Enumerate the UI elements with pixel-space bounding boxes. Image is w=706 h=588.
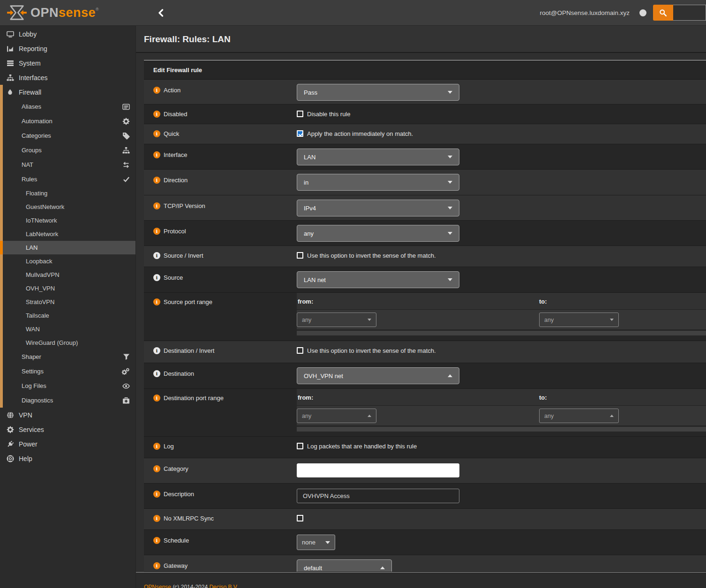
sidebar-sub-label: Settings — [22, 368, 44, 375]
sidebar-rule-wan[interactable]: WAN — [0, 322, 135, 336]
sidebar-item-help[interactable]: Help — [0, 451, 135, 466]
info-icon[interactable]: i — [153, 537, 160, 544]
destination-invert-checkbox[interactable] — [297, 347, 303, 354]
destination-select[interactable]: OVH_VPN net — [297, 367, 459, 384]
sidebar-item-shaper[interactable]: Shaper — [0, 350, 135, 364]
gateway-select[interactable]: default — [297, 559, 392, 572]
sidebar-rule-lan-active[interactable]: LAN — [0, 241, 135, 254]
sidebar-collapse-button[interactable] — [158, 9, 164, 17]
description-input[interactable] — [297, 489, 459, 503]
category-input[interactable] — [297, 463, 459, 477]
sidebar-item-lobby[interactable]: Lobby — [0, 27, 135, 41]
schedule-select[interactable]: none — [297, 535, 335, 550]
sidebar-rule-guestnetwork[interactable]: GuestNetwork — [0, 200, 135, 214]
search-button[interactable] — [653, 5, 673, 21]
disabled-checkbox[interactable] — [297, 111, 303, 117]
sidebar-sub-label: Diagnostics — [22, 397, 53, 404]
sidebar-item-services[interactable]: Services — [0, 422, 135, 437]
info-icon[interactable]: i — [153, 111, 160, 118]
source-invert-checkbox[interactable] — [297, 252, 303, 259]
sidebar-item-settings[interactable]: Settings — [0, 364, 135, 379]
edit-firewall-rule-panel: Edit Firewall rule iAction Pass iDisable… — [144, 60, 706, 572]
info-icon[interactable]: i — [153, 443, 160, 450]
info-icon[interactable]: i — [153, 562, 160, 569]
sidebar-item-label: Services — [19, 426, 44, 433]
row-disabled: iDisabled Disable this rule — [144, 104, 706, 124]
info-icon[interactable]: i — [153, 298, 160, 305]
sidebar-rule-ovh-vpn[interactable]: OVH_VPN — [0, 282, 135, 295]
info-icon[interactable]: i — [153, 491, 160, 498]
info-icon[interactable]: i — [153, 347, 160, 354]
sidebar-item-vpn[interactable]: VPN — [0, 408, 135, 422]
sidebar-rule-floating[interactable]: Floating — [0, 186, 135, 200]
info-icon[interactable]: i — [153, 274, 160, 281]
info-icon[interactable]: i — [153, 394, 160, 402]
sidebar-item-power[interactable]: Power — [0, 437, 135, 451]
info-icon[interactable]: i — [153, 151, 160, 158]
sidebar-item-label: Lobby — [19, 30, 37, 38]
horizontal-scrollbar[interactable] — [297, 427, 706, 432]
protocol-select[interactable]: any — [297, 225, 459, 242]
row-log: iLog Log packets that are handled by thi… — [144, 437, 706, 458]
sidebar-rule-iotnetwork[interactable]: IoTNetwork — [0, 214, 135, 227]
source-port-to-select[interactable]: any — [539, 313, 619, 327]
check-icon — [123, 176, 130, 183]
sidebar-item-interfaces[interactable]: Interfaces — [0, 70, 135, 85]
top-header: OPNsense® root@OPNsense.luxdomain.xyz — [0, 0, 706, 26]
opnsense-footer-link[interactable]: OPNsense — [144, 584, 171, 588]
destination-port-from-select[interactable]: any — [297, 409, 376, 423]
field-label: Schedule — [164, 537, 189, 544]
action-select[interactable]: Pass — [297, 84, 459, 101]
sidebar-item-reporting[interactable]: Reporting — [0, 41, 135, 56]
sidebar-rule-labnetwork[interactable]: LabNetwork — [0, 227, 135, 241]
no-xmlrpc-checkbox[interactable] — [297, 515, 303, 521]
info-icon[interactable]: i — [153, 87, 160, 94]
deciso-footer-link[interactable]: Deciso B.V. — [209, 584, 238, 588]
sidebar-sub-label: Categories — [22, 132, 51, 139]
info-icon[interactable]: i — [153, 252, 160, 259]
quick-checkbox[interactable] — [297, 130, 303, 137]
sidebar-item-categories[interactable]: Categories — [0, 128, 135, 143]
source-port-from-select[interactable]: any — [297, 313, 376, 327]
eye-icon — [122, 382, 130, 390]
info-icon[interactable]: i — [153, 202, 160, 209]
horizontal-scrollbar[interactable] — [297, 331, 706, 335]
ip-version-select[interactable]: IPv4 — [297, 200, 459, 216]
brand-logo[interactable]: OPNsense® — [0, 4, 136, 22]
sidebar-item-log-files[interactable]: Log Files — [0, 379, 135, 393]
info-icon[interactable]: i — [153, 130, 160, 137]
sidebar-rule-loopback[interactable]: Loopback — [0, 254, 135, 268]
info-icon[interactable]: i — [153, 465, 160, 472]
row-source: iSource LAN net — [144, 267, 706, 293]
row-description: iDescription — [144, 484, 706, 509]
list-alt-icon — [122, 103, 130, 111]
sidebar-item-firewall[interactable]: Firewall — [0, 85, 135, 99]
sidebar-rule-tailscale[interactable]: Tailscale — [0, 309, 135, 322]
sidebar-rule-stratovpn[interactable]: StratoVPN — [0, 295, 135, 309]
sidebar-item-nat[interactable]: NAT — [0, 157, 135, 172]
sidebar-item-aliases[interactable]: Aliases — [0, 99, 135, 114]
info-icon[interactable]: i — [153, 370, 160, 377]
row-protocol: iProtocol any — [144, 221, 706, 246]
info-icon[interactable]: i — [153, 228, 160, 235]
gear-icon — [122, 118, 130, 125]
sidebar-item-rules[interactable]: Rules — [0, 172, 135, 186]
sidebar-item-diagnostics[interactable]: Diagnostics — [0, 393, 135, 408]
sidebar-item-system[interactable]: System — [0, 56, 135, 70]
search-input[interactable] — [673, 5, 706, 21]
direction-select[interactable]: in — [297, 174, 459, 191]
sidebar-rule-mullvadvpn[interactable]: MullvadVPN — [0, 268, 135, 282]
info-icon[interactable]: i — [153, 515, 160, 522]
filter-icon — [123, 353, 130, 360]
chevron-up-icon — [448, 374, 452, 377]
sidebar-item-automation[interactable]: Automation — [0, 114, 135, 128]
status-indicator-dot[interactable] — [639, 9, 646, 16]
info-icon[interactable]: i — [153, 177, 160, 184]
destination-port-to-select[interactable]: any — [539, 409, 619, 423]
interface-select[interactable]: LAN — [297, 149, 459, 165]
source-select[interactable]: LAN net — [297, 271, 459, 288]
sidebar-rule-wireguard-group[interactable]: WireGuard (Group) — [0, 336, 135, 350]
log-checkbox[interactable] — [297, 443, 303, 449]
field-label: Source — [164, 274, 183, 281]
sidebar-item-groups[interactable]: Groups — [0, 143, 135, 157]
